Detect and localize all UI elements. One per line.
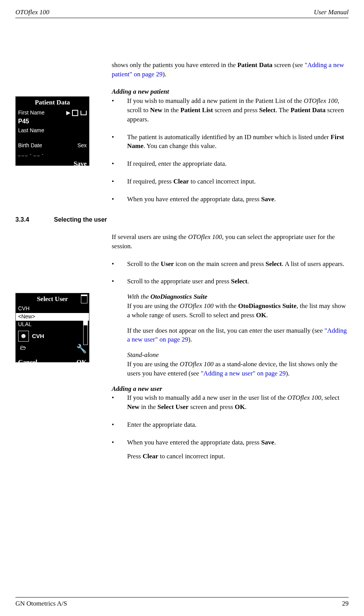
first-name-row: First Name ▶ <box>16 108 89 118</box>
page-header: OTOflex 100 User Manual <box>15 8 349 18</box>
sub-with-otodiagnostics: With the OtoDiagnostics Suite If you are… <box>127 292 349 320</box>
last-name-row: Last Name <box>16 126 89 135</box>
face-icon: ☻ <box>18 331 29 342</box>
bullet-item: If you wish to manually add a new patien… <box>112 96 349 124</box>
sub-manual-user: If the user does not appear on the list,… <box>127 326 349 345</box>
ok-label: OK <box>77 358 87 367</box>
intro-paragraph: shows only the patients you have entered… <box>112 61 349 79</box>
scrollbar <box>83 315 88 345</box>
birth-date-label: Birth Date <box>18 142 42 150</box>
battery-icon <box>81 295 87 303</box>
bullet-item: If required, press Clear to cancel incor… <box>112 177 349 186</box>
patient-bullet-list: If you wish to manually add a new patien… <box>112 96 349 204</box>
user-cvh: CVH <box>18 305 30 313</box>
icon-row: ☻ CVH <box>16 329 89 343</box>
sex-label: Sex <box>77 142 87 150</box>
adding-user-heading: Adding a new user <box>112 384 349 394</box>
page-footer: GN Otometrics A/S 29 <box>15 597 349 608</box>
section-number: 3.3.4 <box>15 215 54 224</box>
clear-note: Press Clear to cancel incorrect input. <box>127 452 349 461</box>
add-user-bullet-list: If you wish to manually add a new user i… <box>112 393 349 447</box>
patient-data-screenshot: Patient Data First Name ▶ P45 Last Name … <box>15 96 89 166</box>
list-item: ULAL <box>16 321 89 329</box>
first-name-label: First Name <box>18 109 44 117</box>
bullet-item: Enter the appropriate data. <box>112 420 349 429</box>
user-cvh2: CVH <box>32 332 44 340</box>
screenshot-title: Select User <box>37 295 68 303</box>
bullet-item: Scroll to the appropriate user and press… <box>112 277 349 286</box>
list-item-selected: <New> <box>16 313 89 321</box>
user-new: <New> <box>18 313 35 321</box>
bullet-item: When you have entered the appropriate da… <box>112 195 349 204</box>
cancel-label: Cancel <box>18 358 37 367</box>
save-button-label: Save <box>74 159 87 168</box>
section-334-header: 3.3.4 Selecting the user <box>15 215 349 224</box>
footer-company: GN Otometrics A/S <box>15 599 67 608</box>
screenshot-title: Patient Data <box>35 99 70 106</box>
header-product: OTOflex 100 <box>15 8 49 17</box>
link-add-user2[interactable]: "Adding a new user" on page 29 <box>201 370 286 377</box>
user-bullet-list: Scroll to the User icon on the main scre… <box>112 259 349 286</box>
bullet-item: The patient is automatically identified … <box>112 133 349 151</box>
save-row: Save <box>16 158 89 170</box>
screenshot-title-bar: Select User <box>16 293 89 305</box>
select-user-screenshot: Select User CVH <New> ULAL ☻ CVH 🗁 🔧 Can… <box>15 293 89 362</box>
footer-page-number: 29 <box>342 599 349 608</box>
icon-row2: 🗁 🔧 <box>16 343 89 357</box>
ok-cancel-row: Cancel OK <box>16 356 89 369</box>
bullet-item: Scroll to the User icon on the main scre… <box>112 259 349 269</box>
bullet-item: If you wish to manually add a new user i… <box>112 393 349 412</box>
date-dashes: _ _ _ - _ _ - <box>16 150 89 158</box>
sub-standalone: Stand-alone If you are using the OTOflex… <box>127 350 349 378</box>
patient-id: P45 <box>16 117 89 126</box>
folder-icon: 🗁 <box>18 343 28 353</box>
list-item: CVH <box>16 305 89 313</box>
bullet-item: If required, enter the appropriate data. <box>112 159 349 168</box>
screenshot-title-bar: Patient Data <box>16 97 89 108</box>
bullet-item: When you have entered the appropriate da… <box>112 438 349 447</box>
section-title: Selecting the user <box>54 215 107 224</box>
user-ulal: ULAL <box>18 321 32 328</box>
section-intro: If several users are using the OTOflex 1… <box>112 232 349 251</box>
cursor-indicator: ▶ <box>66 109 87 117</box>
header-manual: User Manual <box>314 8 349 17</box>
adding-patient-heading: Adding a new patient <box>112 87 349 96</box>
last-name-label: Last Name <box>18 127 44 135</box>
birth-sex-row: Birth Date Sex <box>16 141 89 150</box>
